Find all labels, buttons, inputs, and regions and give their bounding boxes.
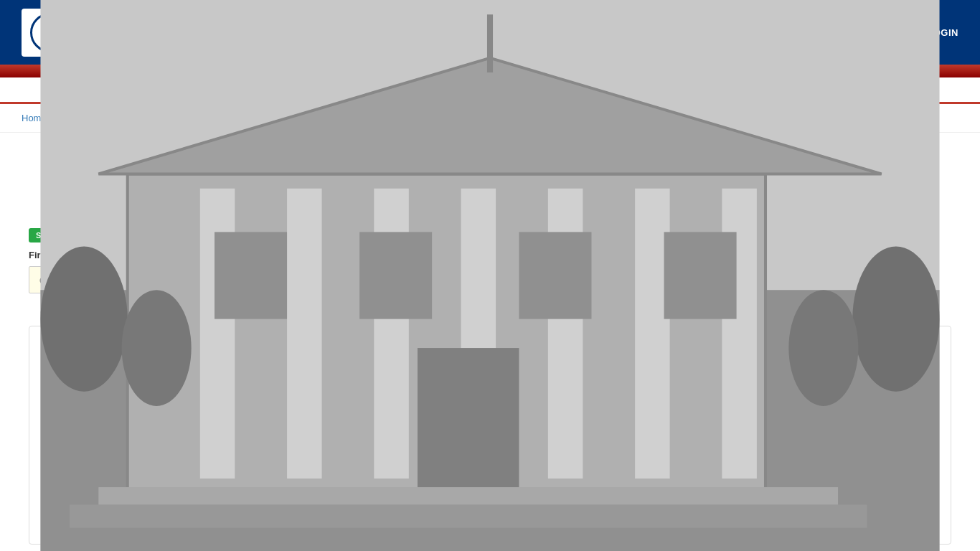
court-building-svg xyxy=(699,386,922,522)
court-image xyxy=(699,386,922,522)
court-card: Parma Municipal Court 🏛 Court Type: Muni… xyxy=(29,326,951,545)
court-card-body: 🏛 Court Type: Municipal Court 🏳 State: O… xyxy=(58,386,922,522)
svg-rect-10 xyxy=(722,386,757,479)
main-content: Parma Municipal Court Records Lookup Sea… xyxy=(0,133,980,551)
svg-rect-13 xyxy=(699,504,867,522)
